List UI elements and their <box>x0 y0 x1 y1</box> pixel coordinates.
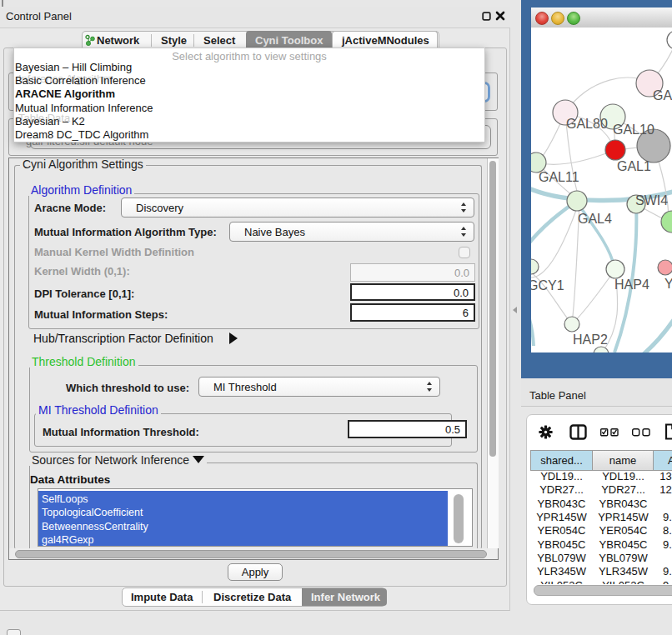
svg-text:GAL80: GAL80 <box>566 117 608 131</box>
svg-text:HAP2: HAP2 <box>573 332 608 347</box>
svg-text:HAP4: HAP4 <box>614 278 649 292</box>
svg-text:SWI4: SWI4 <box>635 193 668 208</box>
svg-text:GCY1: GCY1 <box>531 278 564 292</box>
svg-text:GAL7: GAL7 <box>653 88 672 102</box>
svg-text:GAL1: GAL1 <box>617 159 651 173</box>
svg-text:Y: Y <box>664 277 672 291</box>
svg-text:GAL11: GAL11 <box>539 170 579 184</box>
svg-text:GAL4: GAL4 <box>578 212 612 226</box>
svg-text:GAL10: GAL10 <box>613 122 654 137</box>
